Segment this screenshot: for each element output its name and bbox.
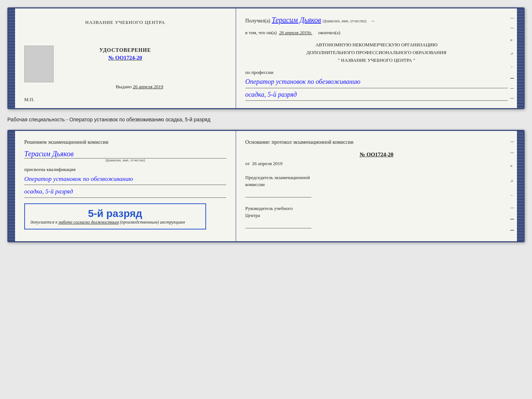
vtom-line: в том, что он(а) 26 апреля 2019г. окончи… [245, 30, 508, 36]
kvalif-line1: Оператор установок по обезвоживанию [24, 174, 226, 185]
poluchil-row: Получил(а) Терасим Дьяков (фамилия, имя,… [245, 16, 508, 24]
poluchil-prefix: Получил(а) [245, 18, 270, 24]
auto-line1: АВТОНОМНУЮ НЕКОММЕРЧЕСКУЮ ОРГАНИЗАЦИЮ [245, 41, 508, 49]
rukovoditel-label: Руководитель учебного Центра [245, 205, 508, 219]
vtom-prefix: в том, что он(а) [245, 30, 277, 35]
resheniye-text: Решением экзаменационной комиссии [24, 138, 226, 146]
dopusk-text: допускается к работе согласно должностны… [30, 220, 200, 225]
kvalif2-text: осадка, 5-й разряд [24, 188, 73, 195]
po-professii-label: по профессии [245, 70, 508, 75]
dash-top: – [372, 18, 374, 24]
mp-label: М.П. [24, 97, 34, 103]
photo-placeholder [24, 46, 54, 82]
b-edge-arrow: ← [510, 193, 514, 197]
stamp-number: 5-й разряд [30, 208, 200, 220]
bottom-name-handwritten: Терасим Дьяков [24, 150, 226, 158]
right-edge-dashes: и ,а ← [510, 8, 514, 108]
top-card-left: НАЗВАНИЕ УЧЕБНОГО ЦЕНТРА УДОСТОВЕРЕНИЕ №… [15, 8, 236, 108]
ot-date: от 26 апреля 2019 [245, 161, 508, 167]
vydano-label: Выдано [116, 84, 132, 89]
edge-mark-3 [510, 78, 514, 79]
rukovoditel-block: Руководитель учебного Центра [245, 205, 508, 228]
edge-mark-5 [510, 98, 514, 99]
bottom-card-right: Основание: протокол экзаменационной коми… [236, 131, 517, 241]
predsedatel-label: Председатель экзаменационной комиссии [245, 174, 508, 188]
caption-line: Рабочая специальность - Оператор установ… [7, 116, 525, 123]
edge-mark-1 [510, 18, 514, 19]
number-value: № OO1724-20 [108, 55, 142, 61]
ot-prefix: от [245, 161, 250, 166]
auto-line3: " НАЗВАНИЕ УЧЕБНОГО ЦЕНТРА " [245, 57, 508, 64]
vydano-date: 26 апреля 2019 [133, 84, 163, 89]
dopusk-prefix: допускается к [30, 220, 57, 225]
profession-line1: Оператор установок по обезвоживанию [245, 77, 508, 88]
prof2-text: осадка, 5-й разряд [245, 91, 297, 98]
doc-spine-right-top [517, 8, 524, 108]
edge-mark-2 [510, 28, 514, 29]
predsedatel-sig-line [245, 190, 312, 197]
ot-date-value: 26 апреля 2019 [252, 161, 283, 166]
bottom-document-card: Решением экзаменационной комиссии Тераси… [7, 130, 525, 242]
okonchil-text: окончил(а) [318, 30, 340, 35]
predsedatel-line2: комиссии [245, 182, 265, 187]
rukovoditel-line2: Центра [245, 213, 260, 218]
doc-spine-left [8, 8, 15, 108]
kvalif-line2: осадка, 5-й разряд [24, 187, 226, 198]
fio-sublabel-top: (фамилия, имя, отчество) [323, 19, 367, 23]
recipient-name: Терасим Дьяков [272, 16, 321, 24]
prof1-text: Оператор установок по обезвоживанию [245, 78, 360, 85]
doc-spine-right-bottom [517, 131, 524, 241]
rukovoditel-sig-line [245, 221, 312, 228]
rukovoditel-line1: Руководитель учебного [245, 206, 293, 211]
b-edge-3 [510, 208, 514, 209]
b-edge-1 [510, 142, 514, 142]
doc-spine-left-bottom [8, 131, 15, 241]
vydano-line: Выдано 26 апреля 2019 [116, 84, 163, 90]
b-edge-2 [510, 153, 514, 153]
edge-mark-a: ,а [510, 51, 514, 55]
bottom-card-left: Решением экзаменационной комиссии Тераси… [15, 131, 236, 241]
predsedatel-line1: Председатель экзаменационной [245, 175, 310, 180]
edge-mark-arrow: ← [510, 65, 514, 69]
top-card-right: Получил(а) Терасим Дьяков (фамилия, имя,… [236, 8, 517, 108]
vtom-date: 26 апреля 2019г. [279, 30, 312, 35]
bottom-fio-label: (фамилия, имя, отчество) [24, 158, 226, 162]
edge-mark-4 [510, 88, 514, 89]
stamp-box: 5-й разряд допускается к работе согласно… [24, 203, 206, 229]
auto-line2: ДОПОЛНИТЕЛЬНОГО ПРОФЕССИОНАЛЬНОГО ОБРАЗО… [245, 49, 508, 57]
kvalif1-text: Оператор установок по обезвоживанию [24, 175, 133, 182]
b-edge-5 [510, 230, 514, 231]
osnovanie-title: Основание: протокол экзаменационной коми… [245, 138, 508, 146]
bottom-right-edge-dashes: и ,а ← [510, 131, 514, 241]
proto-number: № OO1724-20 [245, 152, 508, 158]
number-line: № OO1724-20 [24, 55, 226, 61]
b-edge-i: и [510, 164, 514, 168]
profession-line2: осадка, 5-й разряд [245, 90, 508, 101]
top-document-card: НАЗВАНИЕ УЧЕБНОГО ЦЕНТРА УДОСТОВЕРЕНИЕ №… [7, 7, 525, 109]
dopusk-underline: работе согласно должностным [58, 220, 119, 225]
udostoverenie-title: УДОСТОВЕРЕНИЕ [24, 47, 226, 53]
udostoverenie-block: УДОСТОВЕРЕНИЕ № OO1724-20 [24, 47, 226, 61]
auto-block: АВТОНОМНУЮ НЕКОММЕРЧЕСКУЮ ОРГАНИЗАЦИЮ ДО… [245, 41, 508, 64]
dopusk-suffix: (производственным) инструкциям [120, 220, 185, 225]
predsedatel-block: Председатель экзаменационной комиссии [245, 174, 508, 197]
b-edge-a: ,а [510, 178, 514, 182]
top-center-title: НАЗВАНИЕ УЧЕБНОГО ЦЕНТРА [24, 19, 226, 25]
edge-mark-i: и [510, 38, 514, 42]
b-edge-4 [510, 219, 514, 220]
prisvoena-text: присвоена квалификация [24, 167, 226, 172]
